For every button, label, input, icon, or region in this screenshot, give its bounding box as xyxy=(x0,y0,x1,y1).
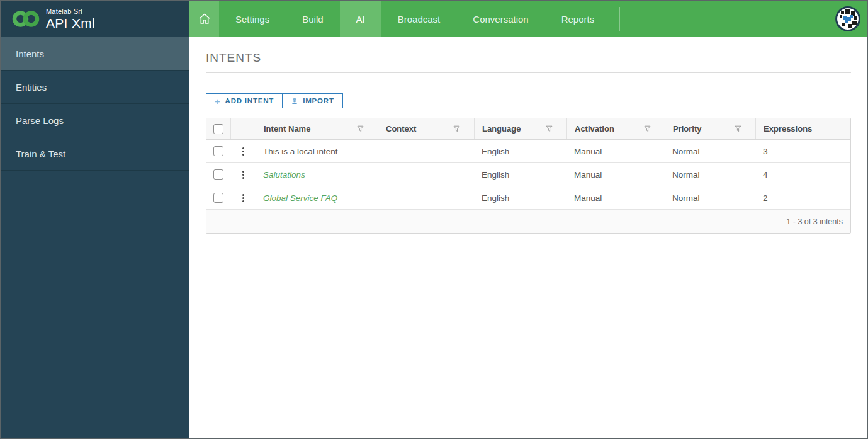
nav-home-button[interactable] xyxy=(189,1,219,37)
kebab-vertical-icon[interactable] xyxy=(242,171,244,179)
context-cell xyxy=(378,140,474,162)
table-row: Salutations English Manual Normal 4 xyxy=(206,163,850,186)
add-intent-button[interactable]: + ADD INTENT xyxy=(206,93,283,108)
tab-build[interactable]: Build xyxy=(286,1,339,37)
content-area: INTENTS + ADD INTENT IMPORT xyxy=(189,37,867,438)
intent-name-link[interactable]: Salutations xyxy=(263,170,305,180)
brand-company: Matelab Srl xyxy=(46,8,95,15)
column-header-intent-name: Intent Name xyxy=(256,118,378,139)
tab-broadcast[interactable]: Broadcast xyxy=(381,1,457,37)
sidebar-item-entities[interactable]: Entities xyxy=(1,71,189,104)
filter-funnel-icon[interactable] xyxy=(546,125,553,132)
sidebar-item-train-test[interactable]: Train & Test xyxy=(1,137,189,171)
tab-label: Broadcast xyxy=(398,14,441,25)
header-checkbox-cell xyxy=(206,118,230,139)
expressions-cell: 3 xyxy=(755,140,850,162)
filter-funnel-icon[interactable] xyxy=(357,125,364,132)
pager-info: 1 - 3 of 3 intents xyxy=(786,217,843,226)
import-label: IMPORT xyxy=(303,97,334,105)
context-cell xyxy=(378,163,474,186)
user-avatar[interactable] xyxy=(835,6,860,31)
brand-logo[interactable]: Matelab Srl API Xml xyxy=(1,1,189,37)
sidebar-item-label: Entities xyxy=(16,82,47,93)
priority-cell: Normal xyxy=(665,163,755,186)
add-intent-label: ADD INTENT xyxy=(225,97,274,105)
top-navbar: Settings Build AI Broadcast Conversation… xyxy=(189,1,867,37)
sidebar-item-intents[interactable]: Intents xyxy=(1,37,189,71)
filter-funnel-icon[interactable] xyxy=(453,125,460,132)
language-cell: English xyxy=(474,163,566,186)
filter-funnel-icon[interactable] xyxy=(735,125,741,132)
mosaic-avatar-icon xyxy=(835,6,860,31)
sidebar-item-parse-logs[interactable]: Parse Logs xyxy=(1,104,189,137)
kebab-vertical-icon[interactable] xyxy=(242,194,244,202)
sidebar-item-label: Train & Test xyxy=(16,149,65,159)
main-column: Settings Build AI Broadcast Conversation… xyxy=(189,1,867,438)
select-all-checkbox[interactable] xyxy=(213,124,223,134)
row-checkbox[interactable] xyxy=(213,169,223,180)
tab-label: Reports xyxy=(561,14,595,25)
tab-conversation[interactable]: Conversation xyxy=(456,1,544,37)
sidebar-item-label: Intents xyxy=(16,48,44,59)
table-row: This is a local intent English Manual No… xyxy=(206,140,850,163)
column-header-priority: Priority xyxy=(665,118,755,139)
sidebar-item-label: Parse Logs xyxy=(16,115,64,126)
table-row: Global Service FAQ English Manual Normal… xyxy=(206,186,850,210)
filter-funnel-icon[interactable] xyxy=(644,125,651,132)
row-checkbox[interactable] xyxy=(213,193,223,203)
plus-icon: + xyxy=(215,96,221,106)
kebab-vertical-icon[interactable] xyxy=(242,147,244,156)
tab-label: Build xyxy=(302,14,323,25)
language-cell: English xyxy=(474,140,566,162)
priority-cell: Normal xyxy=(665,140,755,162)
tab-settings[interactable]: Settings xyxy=(219,1,286,37)
header-menu-cell xyxy=(230,118,256,139)
page-title: INTENTS xyxy=(206,51,851,73)
toolbar: + ADD INTENT IMPORT xyxy=(206,93,851,108)
intent-name: This is a local intent xyxy=(263,147,338,156)
expressions-cell: 2 xyxy=(755,186,850,209)
activation-cell: Manual xyxy=(566,140,665,162)
expressions-cell: 4 xyxy=(755,163,850,186)
column-header-expressions: Expressions xyxy=(755,118,850,139)
column-header-activation: Activation xyxy=(566,118,665,139)
language-cell: English xyxy=(474,186,566,209)
context-cell xyxy=(378,186,474,209)
table-pager: 1 - 3 of 3 intents xyxy=(206,210,850,233)
app-window: Matelab Srl API Xml Intents Entities Par… xyxy=(0,0,868,439)
top-tabs: Settings Build AI Broadcast Conversation… xyxy=(219,1,611,37)
sidebar-nav: Intents Entities Parse Logs Train & Test xyxy=(1,37,189,171)
row-checkbox[interactable] xyxy=(213,146,223,156)
intent-name-link[interactable]: Global Service FAQ xyxy=(263,193,337,203)
upload-icon xyxy=(291,97,298,105)
activation-cell: Manual xyxy=(566,163,665,186)
activation-cell: Manual xyxy=(566,186,665,209)
column-header-language: Language xyxy=(474,118,566,139)
infinity-rings-icon xyxy=(12,9,40,28)
tab-label: Settings xyxy=(235,14,269,25)
tab-ai[interactable]: AI xyxy=(340,1,381,37)
sidebar: Matelab Srl API Xml Intents Entities Par… xyxy=(1,1,189,438)
intents-table: Intent Name Context Language xyxy=(206,118,851,234)
priority-cell: Normal xyxy=(665,186,755,209)
tab-reports[interactable]: Reports xyxy=(545,1,611,37)
column-header-context: Context xyxy=(378,118,474,139)
home-icon xyxy=(197,11,212,26)
tab-label: Conversation xyxy=(473,14,528,25)
tab-label: AI xyxy=(356,14,365,25)
table-header-row: Intent Name Context Language xyxy=(206,118,850,140)
import-button[interactable]: IMPORT xyxy=(282,93,343,108)
brand-app-name: API Xml xyxy=(46,16,95,30)
